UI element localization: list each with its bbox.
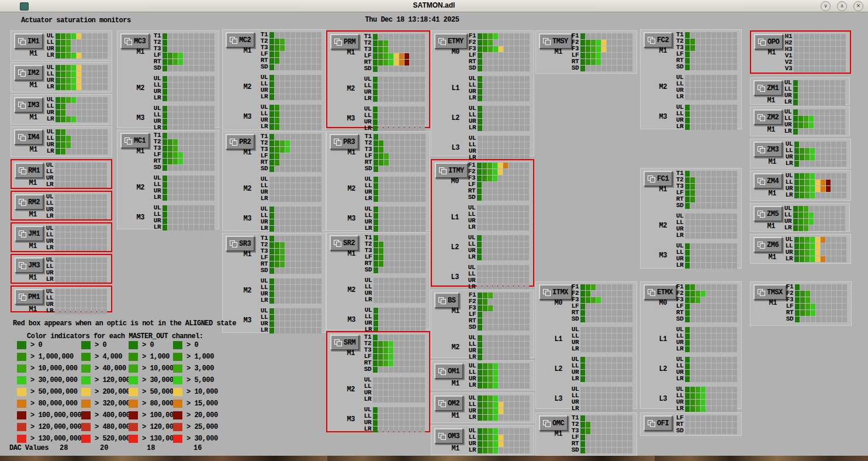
level-cell <box>384 190 389 195</box>
level-cell <box>404 348 409 353</box>
level-cell <box>184 119 188 125</box>
level-cell <box>722 250 727 256</box>
level-cell <box>509 46 514 52</box>
level-cell <box>92 71 97 77</box>
level-cell <box>269 118 274 123</box>
level-cell <box>794 60 798 66</box>
level-cell <box>399 377 404 383</box>
level-cell <box>504 66 509 71</box>
level-cell <box>607 387 611 393</box>
level-cell <box>394 341 399 347</box>
level-cell <box>814 109 819 115</box>
level-cell <box>732 333 737 339</box>
level-cell <box>275 190 279 195</box>
level-cell <box>189 82 193 88</box>
level-cell <box>65 226 70 232</box>
level-cell <box>389 66 393 72</box>
level-cell <box>525 312 530 318</box>
level-cell <box>55 169 60 175</box>
level-cell <box>504 125 509 131</box>
level-cell <box>685 39 690 44</box>
level-cell <box>81 289 86 295</box>
level-cell <box>520 66 524 71</box>
level-cell <box>821 148 825 154</box>
group-m1: M1ULLLURLR <box>755 80 846 105</box>
level-cell <box>416 177 420 183</box>
level-cell <box>607 441 611 447</box>
level-cell <box>421 314 426 320</box>
level-cell <box>509 435 514 441</box>
level-cell <box>92 65 97 71</box>
level-cell <box>499 415 503 421</box>
level-cell <box>98 78 102 84</box>
level-cell <box>410 90 414 95</box>
level-cell <box>825 47 830 53</box>
level-cell <box>415 360 420 366</box>
level-cell <box>399 414 404 419</box>
level-cell <box>301 177 306 183</box>
level-cell <box>81 214 86 219</box>
level-cell <box>623 422 627 428</box>
level-cell <box>389 235 394 241</box>
level-cell <box>711 310 716 316</box>
level-cell <box>628 435 632 441</box>
level-cell <box>405 254 410 260</box>
level-cell <box>56 104 60 109</box>
level-cell <box>477 265 482 271</box>
level-cell <box>415 354 420 360</box>
level-cell <box>814 87 819 92</box>
level-cell <box>493 415 498 421</box>
level-cell <box>194 76 199 82</box>
level-cell <box>586 333 590 339</box>
level-cell <box>509 342 514 348</box>
level-cell <box>162 165 167 171</box>
level-cell <box>826 304 831 309</box>
level-cell <box>690 340 695 346</box>
level-cell <box>504 348 509 354</box>
level-cell <box>415 40 420 46</box>
level-cell <box>421 278 426 284</box>
level-cell <box>706 177 711 183</box>
level-cell <box>478 395 482 401</box>
level-cell <box>76 239 81 245</box>
level-cell <box>404 390 409 396</box>
level-cell <box>71 163 75 168</box>
level-cell <box>55 289 60 295</box>
level-cell <box>285 196 290 202</box>
level-cell <box>519 195 524 201</box>
level-cell <box>805 161 810 167</box>
minimize-button[interactable]: ∨ <box>821 1 831 11</box>
level-cell <box>478 428 482 434</box>
maximize-button[interactable]: ∧ <box>837 1 847 11</box>
group-l1: L1ULLLURLR <box>647 326 738 352</box>
level-cell <box>199 95 204 101</box>
level-cell <box>607 46 611 52</box>
level-cell <box>312 213 316 219</box>
level-cell <box>628 297 632 303</box>
level-cell <box>794 148 799 154</box>
level-cell <box>92 40 97 46</box>
level-cell <box>488 59 493 65</box>
level-cell <box>102 245 107 251</box>
level-cell <box>378 367 383 373</box>
level-cell <box>280 328 285 333</box>
channel-label: LR <box>670 123 685 130</box>
level-cell <box>421 219 426 225</box>
level-cell <box>514 408 519 414</box>
level-cell <box>87 176 91 181</box>
close-button[interactable]: ✕ <box>853 1 863 11</box>
group-m1: M1ULLLURLR <box>17 194 108 219</box>
level-cell <box>71 182 75 188</box>
window-titlebar[interactable]: SATMON.adl ∨ ∧ ✕ <box>0 0 868 12</box>
group-label: M1 <box>18 129 41 154</box>
level-cell <box>285 249 290 254</box>
level-cell <box>61 65 65 71</box>
level-cell <box>841 225 845 231</box>
level-cell <box>498 212 503 218</box>
level-cell <box>275 166 279 172</box>
level-cell <box>498 182 503 188</box>
level-cell <box>810 173 815 179</box>
level-cell <box>275 236 279 242</box>
panel-mc2: MC2M1T1T2T3LFRTSDM2ULLLURLRM3ULLLURLR <box>222 29 326 130</box>
level-cell <box>520 149 524 154</box>
